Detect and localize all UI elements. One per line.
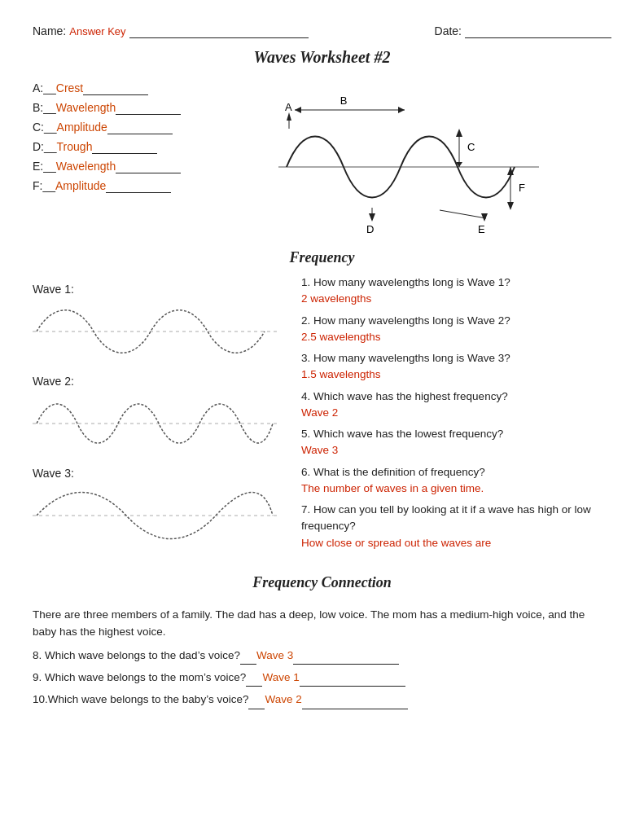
svg-text:B: B <box>340 94 347 107</box>
date-line: Date: <box>435 24 611 38</box>
svg-text:F: F <box>519 182 525 194</box>
label-answer: Trough <box>57 140 93 153</box>
cq-answer: Wave 1 <box>262 671 299 683</box>
question-answer: The number of waves in a given time. <box>301 482 484 494</box>
wave1-label: Wave 1: <box>33 283 293 296</box>
underline <box>83 81 148 95</box>
connection-question-row: 8. Which wave belongs to the dad’s voice… <box>33 647 611 665</box>
question-row: 6. What is the definition of frequency?T… <box>301 464 611 498</box>
label-row: E:__Wavelength <box>33 160 181 173</box>
question-num: 6. What is the definition of frequency? <box>301 466 485 478</box>
frequency-section: Wave 1: Wave 2: Wave 3: 1. How many wave… <box>33 274 611 556</box>
question-answer: 1.5 wavelengths <box>301 368 381 380</box>
connection-question-row: 9. Which wave belongs to the mom’s voice… <box>33 669 611 687</box>
diagram-svg: A B C D E F <box>278 81 539 236</box>
wave-diagram: A B C D E F <box>205 81 611 236</box>
date-label: Date: <box>435 24 462 37</box>
connection-text: There are three members of a family. The… <box>33 606 611 641</box>
name-label: Name: <box>33 24 66 37</box>
question-num: 4. Which wave has the highest frequency? <box>301 390 508 402</box>
connection-question-row: 10.Which wave belongs to the baby’s voic… <box>33 691 611 709</box>
cq-underline <box>293 647 399 665</box>
frequency-title: Frequency <box>33 249 611 266</box>
cq-underline <box>302 691 408 709</box>
header: Name: Answer Key Date: <box>33 24 611 38</box>
label-answer: Wavelength <box>56 101 116 114</box>
question-row: 7. How can you tell by looking at it if … <box>301 502 611 551</box>
label-answer: Amplitude <box>55 179 106 192</box>
label-answer: Crest <box>56 81 83 94</box>
question-answer: Wave 3 <box>301 444 338 456</box>
question-row: 4. Which wave has the highest frequency?… <box>301 388 611 422</box>
svg-text:A: A <box>285 101 292 113</box>
connection-title: Frequency Connection <box>33 574 611 591</box>
question-num: 5. Which wave has the lowest frequency? <box>301 428 503 440</box>
label-letter: F:__ <box>33 179 55 192</box>
svg-marker-6 <box>398 107 405 113</box>
wave1-svg <box>33 299 277 364</box>
svg-line-15 <box>440 210 486 218</box>
underline <box>106 179 171 193</box>
cq-answer: Wave 3 <box>256 649 293 661</box>
cq-underline <box>300 669 405 687</box>
question-row: 5. Which wave has the lowest frequency?W… <box>301 426 611 459</box>
svg-marker-5 <box>295 107 301 113</box>
top-section: A:__Crest B:__Wavelength C:__Amplitude D… <box>33 81 611 236</box>
underline <box>107 121 173 134</box>
cq-num: 8. Which wave belongs to the dad’s voice… <box>33 649 240 661</box>
label-letter: D:__ <box>33 140 57 153</box>
cq-num: 9. Which wave belongs to the mom’s voice… <box>33 671 246 683</box>
question-num: 2. How many wavelengths long is Wave 2? <box>301 314 510 327</box>
question-answer: How close or spread out the waves are <box>301 537 491 549</box>
label-row: A:__Crest <box>33 81 181 95</box>
question-row: 3. How many wavelengths long is Wave 3?1… <box>301 350 611 384</box>
questions-column: 1. How many wavelengths long is Wave 1?2… <box>301 274 611 556</box>
question-answer: Wave 2 <box>301 406 338 419</box>
question-row: 1. How many wavelengths long is Wave 1?2… <box>301 274 611 308</box>
connection-section: There are three members of a family. The… <box>33 606 611 709</box>
question-answer: 2.5 wavelengths <box>301 331 381 343</box>
label-letter: B:__ <box>33 101 56 114</box>
wave3-svg <box>33 483 277 548</box>
label-row: D:__Trough <box>33 140 181 154</box>
answer-key: Answer Key <box>69 25 125 37</box>
svg-marker-2 <box>287 112 291 121</box>
wave2-svg <box>33 391 277 456</box>
cq-num: 10.Which wave belongs to the baby’s voic… <box>33 693 248 705</box>
label-answer: Wavelength <box>56 160 116 173</box>
svg-text:E: E <box>478 223 485 235</box>
label-row: B:__Wavelength <box>33 101 181 115</box>
underline <box>116 160 181 173</box>
labels-column: A:__Crest B:__Wavelength C:__Amplitude D… <box>33 81 181 236</box>
label-answer: Amplitude <box>57 121 107 134</box>
svg-marker-20 <box>507 202 514 210</box>
label-letter: A:__ <box>33 81 56 94</box>
svg-marker-9 <box>456 129 462 137</box>
name-line: Name: Answer Key <box>33 24 309 38</box>
label-letter: C:__ <box>33 121 57 134</box>
waves-column: Wave 1: Wave 2: Wave 3: <box>33 274 293 556</box>
svg-text:C: C <box>467 141 475 153</box>
question-row: 2. How many wavelengths long is Wave 2?2… <box>301 313 611 346</box>
underline <box>92 140 157 154</box>
page-title: Waves Worksheet #2 <box>33 48 611 67</box>
label-row: C:__Amplitude <box>33 121 181 134</box>
cq-answer: Wave 2 <box>265 693 301 705</box>
label-letter: E:__ <box>33 160 56 173</box>
wave3-label: Wave 3: <box>33 467 293 480</box>
question-num: 7. How can you tell by looking at it if … <box>301 503 591 532</box>
label-row: F:__Amplitude <box>33 179 181 193</box>
svg-marker-13 <box>369 213 375 222</box>
question-answer: 2 wavelengths <box>301 292 371 305</box>
wave2-label: Wave 2: <box>33 375 293 388</box>
question-num: 1. How many wavelengths long is Wave 1? <box>301 276 510 288</box>
question-num: 3. How many wavelengths long is Wave 3? <box>301 352 510 364</box>
svg-text:D: D <box>366 223 374 235</box>
underline <box>116 101 181 115</box>
